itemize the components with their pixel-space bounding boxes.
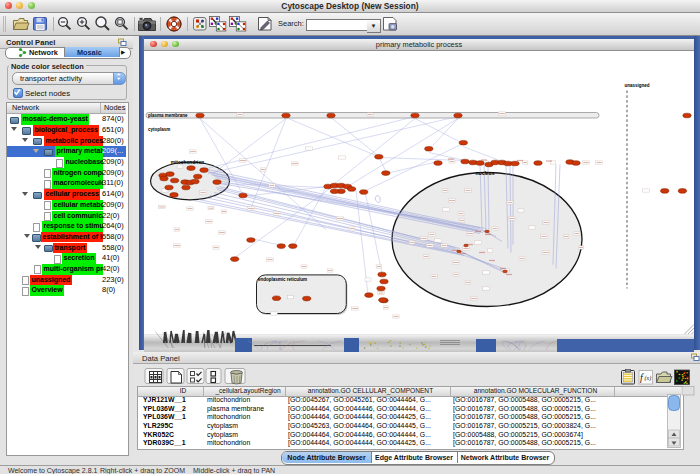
svg-text:nucleus: nucleus: [476, 170, 495, 176]
svg-text:unassigned: unassigned: [624, 83, 649, 88]
svg-text:cytoplasm: cytoplasm: [148, 127, 170, 132]
svg-text:plasma membrane: plasma membrane: [148, 113, 188, 118]
svg-text:mitochondrion: mitochondrion: [171, 160, 205, 165]
svg-text:endoplasmic reticulum: endoplasmic reticulum: [258, 277, 307, 282]
